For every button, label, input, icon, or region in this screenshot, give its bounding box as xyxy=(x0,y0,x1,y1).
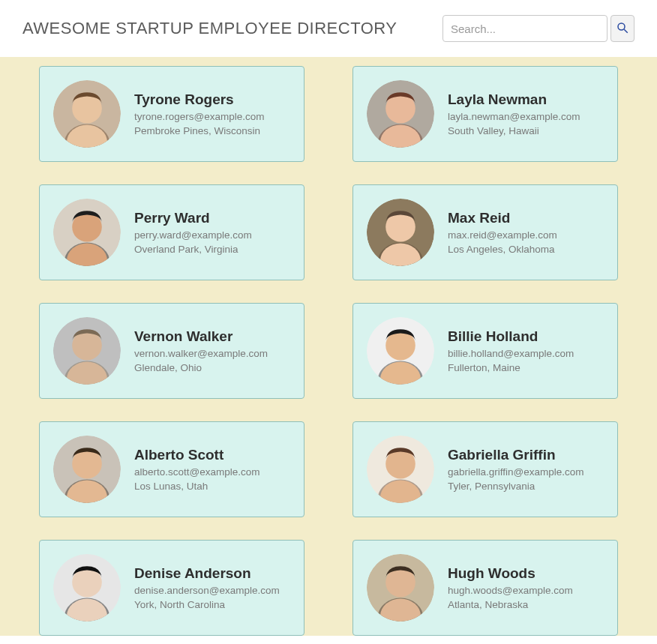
employee-grid: Tyrone Rogerstyrone.rogers@example.comPe… xyxy=(21,66,636,636)
employee-name: Alberto Scott xyxy=(134,447,290,463)
employee-location: Atlanta, Nebraska xyxy=(448,599,604,610)
employee-card[interactable]: Billie Hollandbillie.holland@example.com… xyxy=(352,303,618,399)
employee-name: Layla Newman xyxy=(448,91,604,108)
svg-point-0 xyxy=(618,23,625,30)
avatar xyxy=(367,436,434,503)
page-title: AWESOME STARTUP EMPLOYEE DIRECTORY xyxy=(22,19,397,38)
employee-name: Vernon Walker xyxy=(134,328,290,345)
directory: Tyrone Rogerstyrone.rogers@example.comPe… xyxy=(0,57,657,636)
search-button[interactable] xyxy=(610,15,634,42)
avatar xyxy=(53,317,121,385)
employee-card[interactable]: Tyrone Rogerstyrone.rogers@example.comPe… xyxy=(39,66,304,162)
employee-info: Billie Hollandbillie.holland@example.com… xyxy=(448,328,604,373)
employee-location: Fullerton, Maine xyxy=(448,362,604,373)
employee-card[interactable]: Max Reidmax.reid@example.comLos Angeles,… xyxy=(352,184,618,280)
employee-name: Gabriella Griffin xyxy=(448,447,604,463)
employee-card[interactable]: Layla Newmanlayla.newman@example.comSout… xyxy=(352,66,618,162)
employee-name: Billie Holland xyxy=(448,328,604,345)
employee-location: South Valley, Hawaii xyxy=(448,125,604,136)
employee-info: Layla Newmanlayla.newman@example.comSout… xyxy=(448,91,604,136)
employee-email: hugh.woods@example.com xyxy=(448,585,604,596)
employee-email: gabriella.griffin@example.com xyxy=(448,466,604,478)
employee-name: Hugh Woods xyxy=(448,565,604,582)
employee-name: Perry Ward xyxy=(134,210,290,226)
avatar xyxy=(53,199,121,266)
employee-name: Max Reid xyxy=(448,210,604,226)
avatar xyxy=(367,80,434,148)
employee-email: max.reid@example.com xyxy=(448,229,604,241)
employee-email: vernon.walker@example.com xyxy=(134,348,290,359)
employee-location: Tyler, Pennsylvania xyxy=(448,481,604,492)
employee-info: Gabriella Griffingabriella.griffin@examp… xyxy=(448,447,604,492)
header: AWESOME STARTUP EMPLOYEE DIRECTORY xyxy=(0,0,657,57)
employee-card[interactable]: Perry Wardperry.ward@example.comOverland… xyxy=(39,184,304,280)
employee-location: Pembroke Pines, Wisconsin xyxy=(134,125,290,136)
employee-email: denise.anderson@example.com xyxy=(134,585,290,596)
employee-info: Perry Wardperry.ward@example.comOverland… xyxy=(134,210,290,255)
employee-location: Overland Park, Virginia xyxy=(134,244,290,255)
employee-info: Hugh Woodshugh.woods@example.comAtlanta,… xyxy=(448,565,604,610)
employee-email: layla.newman@example.com xyxy=(448,111,604,122)
employee-card[interactable]: Vernon Walkervernon.walker@example.comGl… xyxy=(39,303,304,399)
search-input[interactable] xyxy=(442,15,608,42)
search xyxy=(442,15,634,42)
employee-location: Los Angeles, Oklahoma xyxy=(448,244,604,255)
employee-info: Vernon Walkervernon.walker@example.comGl… xyxy=(134,328,290,373)
employee-email: perry.ward@example.com xyxy=(134,229,290,241)
employee-info: Alberto Scottalberto.scott@example.comLo… xyxy=(134,447,290,492)
employee-name: Denise Anderson xyxy=(134,565,290,582)
search-icon xyxy=(616,21,629,37)
avatar xyxy=(53,436,121,503)
svg-line-1 xyxy=(624,29,628,33)
employee-info: Max Reidmax.reid@example.comLos Angeles,… xyxy=(448,210,604,255)
avatar xyxy=(367,317,434,385)
employee-location: Los Lunas, Utah xyxy=(134,481,290,492)
employee-card[interactable]: Gabriella Griffingabriella.griffin@examp… xyxy=(352,421,618,517)
avatar xyxy=(367,199,434,266)
employee-email: billie.holland@example.com xyxy=(448,348,604,359)
avatar xyxy=(367,554,434,622)
employee-card[interactable]: Alberto Scottalberto.scott@example.comLo… xyxy=(39,421,304,517)
employee-email: tyrone.rogers@example.com xyxy=(134,111,290,122)
employee-email: alberto.scott@example.com xyxy=(134,466,290,478)
employee-card[interactable]: Hugh Woodshugh.woods@example.comAtlanta,… xyxy=(352,540,618,636)
avatar xyxy=(53,554,121,622)
employee-card[interactable]: Denise Andersondenise.anderson@example.c… xyxy=(39,540,304,636)
employee-name: Tyrone Rogers xyxy=(134,91,290,108)
employee-info: Tyrone Rogerstyrone.rogers@example.comPe… xyxy=(134,91,290,136)
employee-info: Denise Andersondenise.anderson@example.c… xyxy=(134,565,290,610)
employee-location: Glendale, Ohio xyxy=(134,362,290,373)
employee-location: York, North Carolina xyxy=(134,599,290,610)
avatar xyxy=(53,80,121,148)
